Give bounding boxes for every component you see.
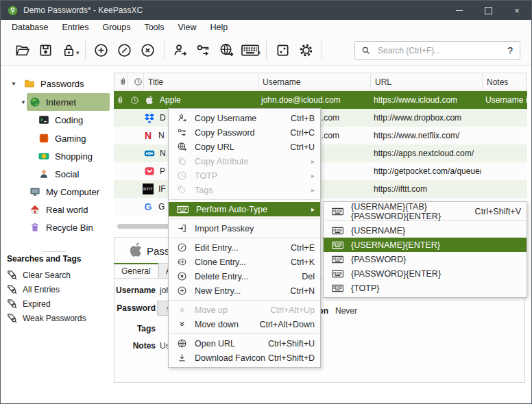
submenu-item-totp[interactable]: {TOTP} — [324, 281, 527, 295]
password-generator-button[interactable] — [271, 39, 294, 61]
table-row-apple[interactable]: Apple john.doe@icloud.com https://www.ic… — [114, 91, 527, 109]
tag-icon — [177, 185, 187, 195]
menu-item-download-favicon[interactable]: Download FaviconCtrl+Shift+D — [169, 351, 320, 365]
folder-icon — [24, 78, 35, 89]
search-input[interactable] — [376, 45, 507, 56]
tag-search-icon — [7, 313, 17, 323]
menu-separator — [169, 218, 319, 219]
tab-general[interactable]: General — [114, 263, 158, 279]
submenu-item-username-tab-password-enter[interactable]: {USERNAME}{TAB}{PASSWORD}{ENTER}Ctrl+Shi… — [324, 204, 527, 218]
searches-and-tags-header: Searches and Tags — [7, 254, 82, 264]
sidebar-item-all-entries[interactable]: All Entries — [7, 282, 110, 296]
username-column-header[interactable]: Username — [258, 73, 370, 90]
menu-help[interactable]: Help — [203, 23, 234, 32]
menu-tools[interactable]: Tools — [137, 23, 171, 32]
clock-icon — [127, 96, 143, 105]
edit-entry-button[interactable] — [113, 39, 136, 61]
sidebar-group-passwords[interactable]: ▼ Passwords — [6, 75, 110, 92]
globe-icon — [177, 338, 187, 349]
menu-item-delete-entry[interactable]: Delete Entry...Del — [169, 269, 320, 283]
search-help-button[interactable]: ? — [507, 45, 513, 56]
keyboard-icon — [177, 205, 189, 214]
clone-icon — [177, 257, 187, 267]
autotype-dropdown-caret[interactable]: ▾ — [258, 49, 261, 56]
monitor-icon — [29, 186, 40, 197]
save-database-button[interactable] — [34, 39, 57, 61]
menu-database[interactable]: Database — [5, 23, 56, 32]
menu-item-move-up[interactable]: Move upCtrl+Alt+Up — [169, 303, 320, 317]
menu-groups[interactable]: Groups — [95, 23, 137, 32]
window-title: Demo Passwords* - KeePassXC — [23, 5, 143, 15]
expiry-column-header[interactable] — [128, 73, 143, 90]
settings-button[interactable] — [294, 39, 317, 61]
menu-item-tags[interactable]: Tags▸ — [169, 183, 320, 197]
copy-password-button[interactable] — [192, 39, 215, 61]
toolbar-separator — [85, 40, 86, 60]
attachment-column-header[interactable] — [114, 73, 128, 90]
keepassxc-window: Demo Passwords* - KeePassXC × Database E… — [0, 0, 532, 404]
new-entry-button[interactable] — [90, 39, 113, 61]
sidebar-group-my-computer[interactable]: My Computer — [6, 183, 110, 201]
dice-icon — [275, 42, 291, 58]
menu-item-edit-entry[interactable]: Edit Entry...Ctrl+E — [169, 240, 320, 255]
submenu-item-password[interactable]: {PASSWORD} — [324, 252, 527, 266]
copy-url-button[interactable] — [215, 39, 239, 61]
sidebar-group-social[interactable]: Social — [6, 165, 110, 183]
expander-icon[interactable]: ▼ — [20, 99, 27, 105]
autotype-submenu: {USERNAME}{TAB}{PASSWORD}{ENTER}Ctrl+Shi… — [323, 201, 527, 298]
sidebar-item-weak-passwords[interactable]: Weak Passwords — [7, 311, 110, 325]
lock-dropdown-caret[interactable]: ▾ — [76, 49, 80, 56]
tag-search-icon — [7, 270, 17, 280]
menu-item-totp[interactable]: TOTP▸ — [169, 168, 320, 183]
search-box: ? — [354, 41, 520, 60]
sidebar-group-real-world[interactable]: Real world — [6, 201, 110, 218]
sidebar-item-expired[interactable]: Expired — [7, 296, 110, 311]
sidebar-group-gaming[interactable]: Gaming — [6, 129, 110, 147]
tag-search-icon — [7, 299, 17, 309]
notes-column-header[interactable]: Notes — [482, 73, 527, 90]
person-icon — [38, 168, 49, 179]
dropbox-icon — [144, 112, 155, 123]
expander-icon[interactable]: ▼ — [10, 81, 17, 87]
menu-item-new-entry[interactable]: New Entry...Ctrl+N — [169, 283, 320, 298]
open-database-button[interactable] — [10, 39, 34, 61]
menu-item-copy-username[interactable]: Copy UsernameCtrl+B — [169, 111, 320, 125]
notes-label: Notes — [114, 341, 156, 351]
sidebar-group-internet[interactable]: ▼ Internet — [6, 93, 110, 111]
trash-icon — [29, 222, 40, 233]
save-icon — [38, 42, 53, 58]
sidebar-group-shopping[interactable]: Shopping — [6, 147, 110, 165]
menu-separator — [169, 300, 319, 301]
menu-entries[interactable]: Entries — [56, 23, 96, 32]
sidebar-item-clear-search[interactable]: Clear Search — [7, 268, 110, 282]
menu-item-copy-password[interactable]: Copy PasswordCtrl+C — [169, 125, 320, 140]
minimize-button[interactable] — [445, 1, 474, 20]
submenu-arrow-icon: ▸ — [311, 186, 315, 194]
sidebar-group-coding[interactable]: Coding — [6, 111, 110, 129]
menu-item-copy-url[interactable]: Copy URLCtrl+U — [169, 140, 320, 154]
globe-arrow-icon — [177, 142, 187, 152]
url-column-header[interactable]: URL — [370, 73, 482, 90]
menu-item-import-passkey[interactable]: Import Passkey — [169, 221, 320, 236]
close-button[interactable]: × — [503, 1, 531, 20]
submenu-item-username[interactable]: {USERNAME} — [324, 223, 527, 238]
menu-item-clone-entry[interactable]: Clone Entry...Ctrl+K — [169, 255, 320, 269]
menu-item-move-down[interactable]: Move downCtrl+Alt+Down — [169, 317, 320, 331]
copy-username-button[interactable] — [169, 39, 192, 61]
sidebar-group-recycle-bin[interactable]: Recycle Bin — [6, 218, 110, 236]
menu-item-copy-attribute[interactable]: Copy Attribute▸ — [169, 154, 320, 168]
submenu-item-password-enter[interactable]: {PASSWORD}{ENTER} — [324, 266, 527, 281]
apple-icon — [144, 94, 155, 105]
globe-icon — [29, 97, 40, 108]
lock-icon — [61, 42, 77, 58]
menu-item-perform-autotype[interactable]: Perform Auto-Type▸ — [169, 202, 320, 216]
maximize-button[interactable] — [474, 1, 503, 20]
menu-view[interactable]: View — [171, 23, 204, 32]
title-column-header[interactable]: Title — [143, 73, 258, 90]
delete-entry-button[interactable] — [136, 39, 160, 61]
folder-open-icon — [14, 42, 30, 58]
submenu-item-username-enter[interactable]: {USERNAME}{ENTER} — [324, 238, 527, 252]
menu-item-open-url[interactable]: Open URLCtrl+Shift+U — [169, 336, 320, 351]
import-icon — [177, 223, 187, 233]
sidebar-splitter[interactable] — [42, 251, 66, 252]
